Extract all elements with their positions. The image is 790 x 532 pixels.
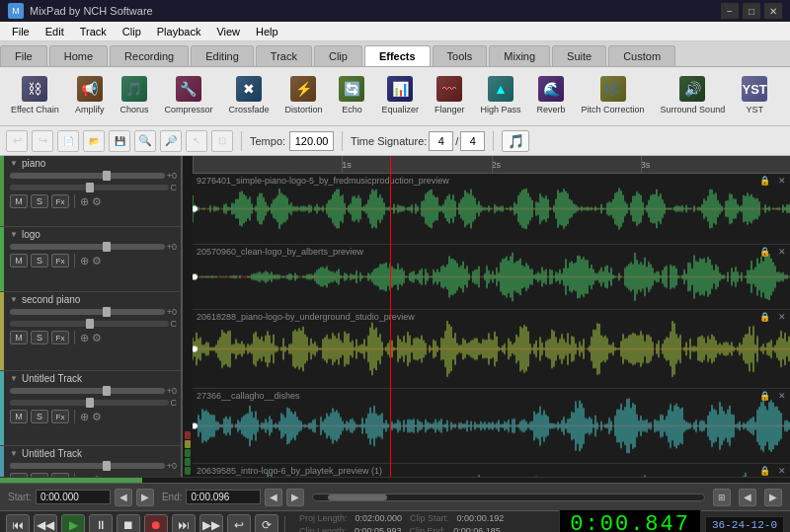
end-prev-button[interactable]: ◀ xyxy=(265,489,282,506)
mute-button-piano[interactable]: M xyxy=(10,194,28,208)
volume-slider-untitled1[interactable] xyxy=(10,388,165,394)
waveform-untitled2[interactable]: 20639585_intro-logo-6_by_playtek_preview… xyxy=(193,464,790,477)
loop2-button[interactable]: ⟳ xyxy=(255,514,278,533)
rewind-button[interactable]: ◀◀ xyxy=(34,514,57,533)
wf-x-second[interactable]: ✕ xyxy=(778,312,786,322)
compressor-button[interactable]: 🔧 Compressor xyxy=(157,69,219,120)
add-icon-piano[interactable]: ⊕ xyxy=(80,195,89,208)
menu-view[interactable]: View xyxy=(208,24,248,39)
equalizer-button[interactable]: 📊 Equalizer xyxy=(374,69,426,120)
tab-clip[interactable]: Clip xyxy=(314,45,362,66)
echo-button[interactable]: 🔄 Echo xyxy=(331,69,372,120)
yst-button[interactable]: YST YST xyxy=(734,69,775,120)
pan-slider-piano[interactable] xyxy=(10,185,169,190)
zoom-fit-button[interactable]: ⊞ xyxy=(713,489,731,506)
wf-x-logo[interactable]: ✕ xyxy=(778,247,786,257)
collapse-second[interactable]: ▼ xyxy=(10,295,18,304)
time-sig-den[interactable] xyxy=(460,131,485,151)
highpass-button[interactable]: ▲ High Pass xyxy=(474,69,528,120)
scroll-right-button[interactable]: ▶ xyxy=(764,489,782,506)
add-icon-second[interactable]: ⊕ xyxy=(80,332,89,344)
solo-button-second[interactable]: S xyxy=(31,331,48,344)
play-button[interactable]: ▶ xyxy=(61,514,85,533)
open-button[interactable]: 📂 xyxy=(83,130,105,152)
flanger-button[interactable]: 〰 Flanger xyxy=(428,69,472,120)
tab-recording[interactable]: Recording xyxy=(110,45,189,66)
wf-lock-untitled2[interactable]: 🔒 xyxy=(759,466,770,476)
menu-clip[interactable]: Clip xyxy=(115,24,149,39)
tab-mixing[interactable]: Mixing xyxy=(489,45,550,66)
collapse-piano[interactable]: ▼ xyxy=(10,159,18,168)
volume-slider-second[interactable] xyxy=(10,309,165,315)
scroll-left-button[interactable]: ◀ xyxy=(739,489,756,506)
redo-button[interactable]: ↪ xyxy=(32,130,53,152)
window-controls[interactable]: − □ ✕ xyxy=(721,3,782,19)
hscroll-thumb[interactable] xyxy=(328,494,387,500)
fx-button-second[interactable]: Fx xyxy=(51,331,69,344)
cursor-button[interactable]: ↖ xyxy=(186,130,207,152)
tab-effects[interactable]: Effects xyxy=(364,45,431,66)
minimize-button[interactable]: − xyxy=(721,3,739,19)
tempo-input[interactable] xyxy=(289,131,334,151)
collapse-logo[interactable]: ▼ xyxy=(10,230,18,239)
mute-button-logo[interactable]: M xyxy=(10,254,28,267)
ffwd-button[interactable]: ▶▶ xyxy=(199,514,223,533)
settings-icon-logo[interactable]: ⚙ xyxy=(92,255,102,267)
waveform-untitled1[interactable]: 27366__callagho__dishes 🔒 ✕ xyxy=(193,389,790,464)
settings-icon-piano[interactable]: ⚙ xyxy=(92,195,102,208)
metronome-button[interactable]: 🎵 xyxy=(502,130,529,152)
volume-slider-piano[interactable] xyxy=(10,173,165,179)
scroll-area[interactable] xyxy=(312,494,705,501)
select-button[interactable]: ⊡ xyxy=(211,130,233,152)
waveform-logo[interactable]: 20570960_clean-logo_by_alberts_preview 🔒… xyxy=(193,245,790,310)
wf-lock-piano[interactable]: 🔒 xyxy=(759,176,770,186)
menu-help[interactable]: Help xyxy=(248,24,286,39)
undo-button[interactable]: ↩ xyxy=(6,130,28,152)
tab-editing[interactable]: Editing xyxy=(191,45,254,66)
wf-lock-second[interactable]: 🔒 xyxy=(759,312,770,322)
volume-thumb-logo[interactable] xyxy=(103,242,111,252)
waveform-piano[interactable]: 9276401_simple-piano-logo-5_by_fredmusic… xyxy=(193,174,790,245)
tab-tools[interactable]: Tools xyxy=(433,45,488,66)
fx-button-logo[interactable]: Fx xyxy=(51,254,69,267)
wf-x-piano[interactable]: ✕ xyxy=(778,176,786,186)
add-icon-logo[interactable]: ⊕ xyxy=(80,255,89,267)
timeline-ruler[interactable]: 1s 2s 3s xyxy=(193,156,790,174)
volume-slider-logo[interactable] xyxy=(10,244,165,250)
tab-home[interactable]: Home xyxy=(49,45,108,66)
progress-bar[interactable] xyxy=(0,477,790,483)
time-sig-num[interactable] xyxy=(429,131,453,151)
zoom-in-button[interactable]: 🔍 xyxy=(134,130,156,152)
wf-x-untitled2[interactable]: ✕ xyxy=(778,466,786,476)
settings-icon-untitled1[interactable]: ⚙ xyxy=(92,411,102,423)
solo-button-logo[interactable]: S xyxy=(31,254,48,267)
end-input[interactable] xyxy=(186,490,261,504)
playhead[interactable] xyxy=(390,156,391,477)
menu-track[interactable]: Track xyxy=(72,24,115,39)
end-next-button[interactable]: ▶ xyxy=(286,489,304,506)
wf-lock-untitled1[interactable]: 🔒 xyxy=(759,391,770,401)
nch-suite-button[interactable]: NCHSuite NCH Suite xyxy=(120,122,177,126)
chorus-button[interactable]: 🎵 Chorus xyxy=(113,69,155,120)
start-prev-button[interactable]: ◀ xyxy=(115,489,132,506)
collapse-untitled1[interactable]: ▼ xyxy=(10,374,18,383)
tab-track[interactable]: Track xyxy=(256,45,312,66)
pan-thumb-second[interactable] xyxy=(86,319,94,329)
volume-thumb-untitled1[interactable] xyxy=(103,386,111,396)
waveform-area[interactable]: 1s 2s 3s 9276401_simple-piano-logo-5_by_… xyxy=(193,156,790,477)
stop-button[interactable]: ⏹ xyxy=(117,514,140,533)
volume-thumb-untitled2[interactable] xyxy=(103,461,111,471)
fx-button-untitled1[interactable]: Fx xyxy=(51,410,69,423)
start-next-button[interactable]: ▶ xyxy=(136,489,154,506)
pitch-button[interactable]: 🎼 Pitch Correction xyxy=(575,69,652,120)
zoom-out-button[interactable]: 🔎 xyxy=(160,130,182,152)
pan-slider-second[interactable] xyxy=(10,321,169,327)
tab-suite[interactable]: Suite xyxy=(552,45,606,66)
collapse-untitled2[interactable]: ▼ xyxy=(10,449,18,458)
loop-button[interactable]: ↩ xyxy=(227,514,251,533)
pan-thumb-piano[interactable] xyxy=(86,183,94,192)
distortion-button[interactable]: ⚡ Distortion xyxy=(277,69,329,120)
reverb-button[interactable]: 🌊 Reverb xyxy=(530,69,573,120)
volume-thumb-second[interactable] xyxy=(103,307,111,317)
autoduck-button[interactable]: AutoDuck Auto Duck xyxy=(4,122,59,126)
